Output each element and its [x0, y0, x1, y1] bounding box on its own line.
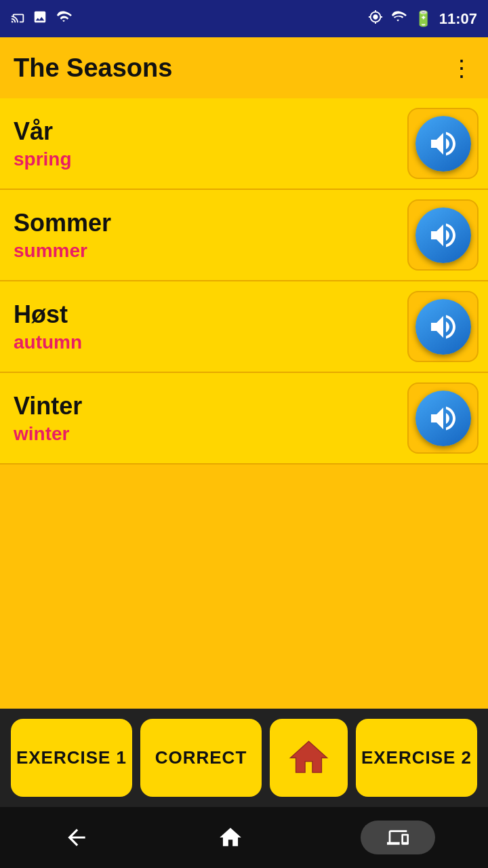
audio-button-host[interactable]	[407, 291, 479, 362]
app-title: The Seasons	[14, 54, 172, 83]
word-text-group: Høst autumn	[14, 300, 82, 353]
home-button[interactable]	[270, 719, 348, 797]
word-translation: spring	[14, 149, 72, 170]
image-icon	[33, 9, 47, 28]
list-item: Vår spring	[0, 98, 488, 190]
exercise1-button[interactable]: EXERCISE 1	[11, 719, 132, 797]
word-text-group: Sommer summer	[14, 209, 111, 262]
audio-button-sommer[interactable]	[407, 199, 479, 271]
status-bar: 🔋 11:07	[0, 0, 488, 37]
word-native: Vinter	[14, 392, 82, 420]
menu-button[interactable]: ⋮	[450, 54, 474, 81]
android-nav-bar	[0, 807, 488, 868]
list-item: Høst autumn	[0, 281, 488, 373]
word-translation: winter	[14, 423, 82, 445]
correct-button[interactable]: CORRECT	[140, 719, 262, 797]
wifi-icon	[54, 9, 73, 28]
exercise2-button[interactable]: EXERCISE 2	[356, 719, 477, 797]
bottom-buttons: EXERCISE 1 CORRECT EXERCISE 2	[0, 709, 488, 807]
word-text-group: Vinter winter	[14, 392, 82, 445]
audio-circle	[415, 116, 471, 172]
audio-circle	[415, 391, 471, 446]
audio-button-var[interactable]	[407, 108, 479, 179]
word-translation: summer	[14, 240, 111, 262]
audio-circle	[415, 299, 471, 355]
audio-button-vinter[interactable]	[407, 382, 479, 454]
signal-icon	[390, 9, 407, 28]
android-home-button[interactable]	[207, 814, 254, 861]
cast-icon	[11, 9, 26, 28]
list-item: Vinter winter	[0, 373, 488, 465]
list-item: Sommer summer	[0, 190, 488, 281]
word-native: Vår	[14, 117, 72, 146]
word-text-group: Vår spring	[14, 117, 72, 170]
word-list: Vår spring Sommer summer	[0, 98, 488, 465]
main-content: Vår spring Sommer summer	[0, 98, 488, 709]
word-native: Høst	[14, 300, 82, 329]
audio-circle	[415, 208, 471, 263]
word-translation: autumn	[14, 332, 82, 353]
status-icons-left	[11, 9, 73, 28]
status-icons-right: 🔋 11:07	[368, 9, 477, 28]
recent-apps-button[interactable]	[361, 821, 435, 854]
battery-icon: 🔋	[414, 10, 432, 28]
empty-area	[0, 465, 488, 709]
status-time: 11:07	[439, 10, 477, 28]
word-native: Sommer	[14, 209, 111, 237]
back-button[interactable]	[53, 814, 100, 861]
app-header: The Seasons ⋮	[0, 37, 488, 98]
gps-icon	[368, 9, 383, 28]
